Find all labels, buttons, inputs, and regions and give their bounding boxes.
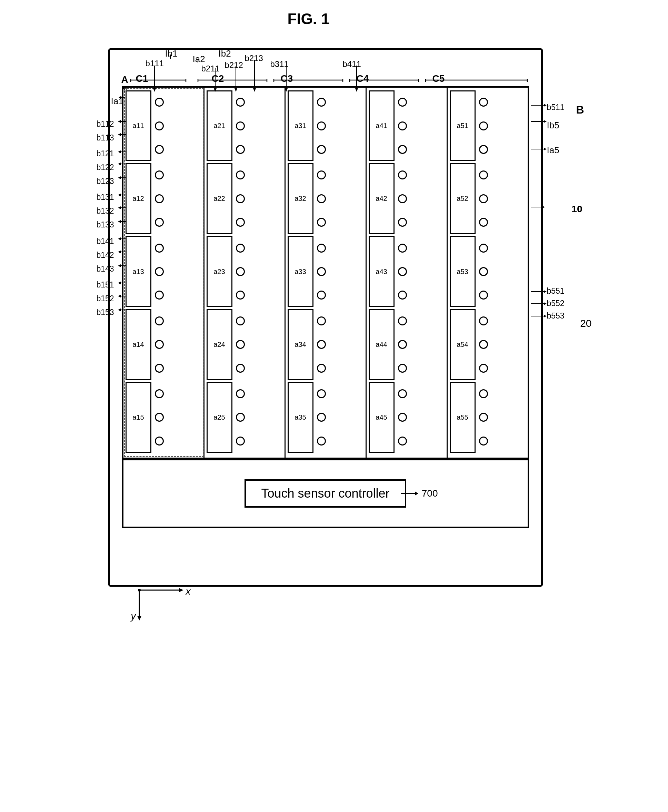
circle — [398, 267, 407, 276]
circle — [236, 340, 245, 349]
circle — [398, 121, 407, 131]
circle — [236, 171, 245, 179]
circle — [236, 316, 245, 325]
circles-a22 — [236, 163, 245, 234]
sensor-col-4: a41 a42 a43 — [367, 88, 448, 457]
label-C1: C1 — [136, 73, 148, 84]
sensor-rect-a53: a53 — [450, 236, 476, 307]
circles-a55 — [479, 382, 488, 453]
circle — [398, 316, 407, 325]
circle — [236, 291, 245, 300]
circles-a11 — [155, 90, 164, 161]
label-C2: C2 — [212, 73, 224, 84]
label-b: B — [576, 104, 584, 116]
circles-a15 — [155, 382, 164, 453]
sensor-col-3: a31 a32 a33 — [286, 88, 367, 457]
circle — [317, 267, 326, 276]
sensor-rect-a52: a52 — [450, 163, 476, 234]
sensor-rect-a32: a32 — [287, 163, 314, 234]
label-b111: b111 — [145, 59, 164, 68]
circles-a32 — [317, 163, 326, 234]
circle — [317, 291, 326, 300]
label-b122: b122 — [97, 163, 114, 172]
circle — [317, 244, 326, 253]
circle — [479, 267, 488, 276]
circle — [317, 194, 326, 203]
circles-a33 — [317, 236, 326, 307]
sensor-rect-a21: a21 — [207, 90, 232, 161]
circle — [479, 316, 488, 325]
circle — [317, 364, 326, 373]
circles-a54 — [479, 309, 488, 380]
circles-a14 — [155, 309, 164, 380]
circles-a12 — [155, 163, 164, 234]
sensor-rect-a55: a55 — [450, 382, 476, 453]
label-C4: C4 — [357, 73, 369, 84]
svg-marker-42 — [544, 104, 547, 107]
sensor-row-a51: a51 — [450, 90, 526, 161]
circle — [317, 316, 326, 325]
sensor-row-a11: a11 — [125, 90, 201, 161]
sensor-col-1: a11 a12 a13 — [124, 88, 204, 457]
label-b143: b143 — [97, 265, 114, 274]
svg-marker-83 — [137, 616, 141, 621]
sensor-rect-a41: a41 — [369, 90, 394, 161]
circle — [317, 145, 326, 154]
label-la2: Ia2 — [193, 54, 205, 65]
sensor-row-a53: a53 — [450, 236, 526, 307]
label-b152: b152 — [97, 294, 114, 303]
sensor-row-a55: a55 — [450, 382, 526, 453]
sensor-col-5: a51 a52 a53 — [448, 88, 528, 457]
circle — [398, 364, 407, 373]
circle — [479, 437, 488, 445]
circle — [236, 267, 245, 276]
sensor-col-2: a21 a22 a23 — [204, 88, 286, 457]
axes-diagram: x y — [129, 580, 198, 623]
circle — [236, 218, 245, 227]
sensor-rect-a11: a11 — [125, 90, 151, 161]
sensor-rect-a54: a54 — [450, 309, 476, 380]
circle — [236, 121, 245, 131]
sensor-rect-a22: a22 — [207, 163, 232, 234]
circle — [479, 340, 488, 349]
circles-a45 — [398, 382, 407, 453]
sensor-row-a31: a31 — [287, 90, 364, 161]
sensor-rect-a24: a24 — [207, 309, 232, 380]
label-10: 10 — [571, 204, 582, 215]
circles-a42 — [398, 163, 407, 234]
circle — [155, 171, 164, 179]
circle — [479, 389, 488, 398]
circle — [479, 145, 488, 154]
label-b113: b113 — [97, 133, 114, 142]
circle — [155, 340, 164, 349]
circle — [155, 218, 164, 227]
label-b151: b151 — [97, 280, 114, 290]
circles-a34 — [317, 309, 326, 380]
sensor-rect-a12: a12 — [125, 163, 151, 234]
sensor-row-a32: a32 — [287, 163, 364, 234]
label-b213: b213 — [245, 54, 263, 63]
sensor-rect-a14: a14 — [125, 309, 151, 380]
circle — [155, 98, 164, 107]
label-b212: b212 — [225, 60, 243, 70]
circle — [236, 98, 245, 107]
circle — [317, 121, 326, 131]
label-la1: Ia1 — [111, 96, 124, 107]
label-b112: b112 — [97, 119, 114, 129]
label-b153: b153 — [97, 308, 114, 317]
circle — [155, 244, 164, 253]
label-b553: b553 — [547, 311, 564, 321]
label-lb5: Ib5 — [547, 120, 559, 131]
sensor-row-a24: a24 — [207, 309, 282, 380]
circles-a31 — [317, 90, 326, 161]
sensor-row-a54: a54 — [450, 309, 526, 380]
label-b123: b123 — [97, 177, 114, 186]
circle — [398, 291, 407, 300]
label-la5: Ia5 — [547, 145, 559, 156]
circle — [317, 218, 326, 227]
label-b552: b552 — [547, 299, 564, 308]
sensor-row-a45: a45 — [369, 382, 444, 453]
circle — [236, 389, 245, 398]
controller-panel: Touch sensor controller 700 — [122, 459, 529, 528]
circle — [317, 437, 326, 445]
